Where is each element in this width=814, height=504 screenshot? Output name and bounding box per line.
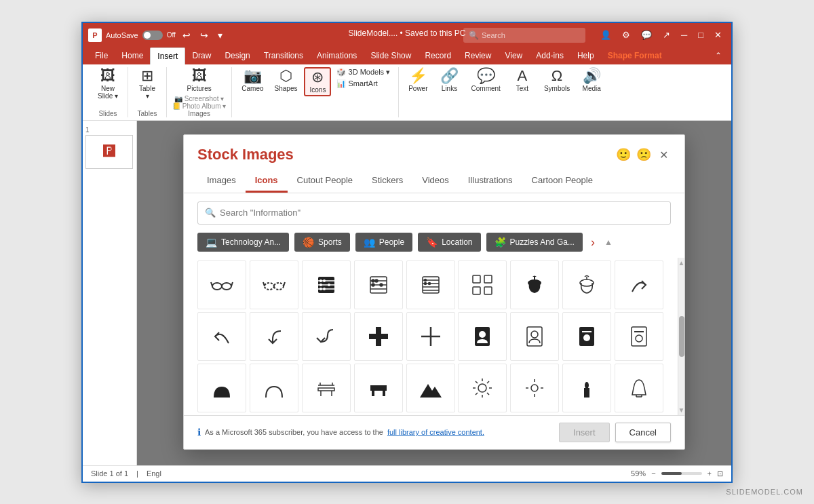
text-btn[interactable]: A Text: [509, 67, 536, 94]
profile-icon[interactable]: 👤: [596, 28, 615, 41]
tab-record[interactable]: Record: [418, 47, 458, 64]
cancel-btn[interactable]: Cancel: [615, 423, 671, 442]
icon-bell-outline[interactable]: [615, 364, 663, 412]
icon-contact-outline[interactable]: [510, 312, 559, 361]
tab-images[interactable]: Images: [197, 170, 246, 193]
scroll-down-arrow[interactable]: ▼: [678, 406, 684, 414]
tab-help[interactable]: Help: [570, 47, 601, 64]
slide-thumbnail[interactable]: 🅿: [85, 135, 133, 169]
zoom-in-icon[interactable]: +: [708, 469, 712, 478]
shapes-btn[interactable]: ⬡ Shapes: [271, 67, 302, 94]
icon-acorn-filled[interactable]: [510, 260, 559, 309]
redo-icon[interactable]: ↪: [200, 30, 208, 41]
cameo-btn[interactable]: 📷 Cameo: [237, 67, 267, 94]
category-sports[interactable]: 🏀 Sports: [294, 233, 350, 252]
category-next-arrow[interactable]: ›: [588, 233, 598, 252]
tab-illustrations[interactable]: Illustrations: [459, 170, 522, 193]
pictures-btn[interactable]: 🖼 Pictures: [183, 67, 216, 94]
scroll-up-arrow[interactable]: ▲: [678, 259, 684, 267]
photo-album-btn[interactable]: 📒 Photo Album ▾: [172, 102, 226, 110]
customize-icon[interactable]: ▾: [218, 30, 222, 41]
icon-3d-glasses-outline-2[interactable]: [250, 260, 298, 309]
tab-animations[interactable]: Animations: [310, 47, 364, 64]
icons-btn[interactable]: ⊛ Icons: [304, 67, 331, 96]
power-btn[interactable]: ⚡ Power: [404, 67, 431, 94]
icon-bench-outline[interactable]: [302, 364, 351, 412]
category-technology[interactable]: 💻 Technology An...: [197, 233, 289, 252]
icon-contact-filled-2[interactable]: [562, 312, 611, 361]
comments-icon[interactable]: 💬: [637, 28, 656, 41]
icon-abacus-outline-2[interactable]: [406, 260, 455, 309]
icon-arrow-curve[interactable]: [615, 260, 663, 309]
category-location[interactable]: 🔖 Location: [418, 233, 480, 252]
category-people[interactable]: 👥 People: [355, 233, 412, 252]
tab-cutout-people[interactable]: Cutout People: [288, 170, 362, 193]
close-btn[interactable]: ✕: [710, 28, 726, 41]
settings-icon[interactable]: ⚙: [618, 28, 634, 41]
icon-contact-filled[interactable]: [458, 312, 507, 361]
icon-grid-dots[interactable]: [458, 260, 507, 309]
tab-design[interactable]: Design: [218, 47, 256, 64]
3d-models-btn[interactable]: 🎲 3D Models ▾: [334, 67, 393, 77]
fit-screen-icon[interactable]: ⊡: [717, 469, 723, 478]
tab-home[interactable]: Home: [115, 47, 150, 64]
tab-shape-format[interactable]: Shape Format: [601, 47, 669, 64]
tab-transitions[interactable]: Transitions: [257, 47, 310, 64]
icon-plus-filled[interactable]: [354, 312, 403, 361]
footer-link[interactable]: full library of creative content.: [387, 428, 484, 436]
tab-add-ins[interactable]: Add-ins: [529, 47, 570, 64]
icon-plus-outline[interactable]: [406, 312, 455, 361]
links-btn[interactable]: 🔗 Links: [436, 67, 463, 94]
zoom-out-icon[interactable]: −: [651, 469, 655, 478]
modal-close-btn[interactable]: ✕: [657, 146, 671, 164]
icon-brightness-outline-2[interactable]: [510, 364, 559, 412]
icon-contact-outline-2[interactable]: [615, 312, 663, 361]
icon-brightness-outline[interactable]: [458, 364, 507, 412]
icon-3d-glasses-outline[interactable]: [197, 260, 246, 309]
icon-candle-filled[interactable]: [562, 364, 611, 412]
tab-review[interactable]: Review: [458, 47, 498, 64]
tab-view[interactable]: View: [498, 47, 529, 64]
icon-abacus-filled[interactable]: [302, 260, 351, 309]
tab-insert[interactable]: Insert: [150, 47, 185, 64]
icon-arrow-left-curve[interactable]: [197, 312, 246, 361]
scroll-thumb[interactable]: [679, 316, 684, 357]
smiley-happy-icon[interactable]: 🙂: [616, 147, 631, 162]
title-search[interactable]: 🔍: [463, 28, 585, 43]
smiley-sad-icon[interactable]: 🙁: [636, 147, 651, 162]
table-btn[interactable]: ⊞ Table▾: [134, 67, 161, 101]
search-input[interactable]: [482, 31, 580, 39]
symbols-btn[interactable]: Ω Symbols: [540, 67, 574, 94]
ribbon-expand-icon[interactable]: ⌃: [711, 50, 726, 62]
screenshot-btn[interactable]: 📷 Screenshot ▾: [174, 95, 224, 102]
media-btn[interactable]: 🔊 Media: [578, 67, 605, 94]
icon-mountain-filled[interactable]: [406, 364, 455, 412]
smartart-btn[interactable]: 📊 SmartArt: [334, 79, 393, 89]
icon-arrow-left-s[interactable]: [302, 312, 351, 361]
modal-search-input[interactable]: [220, 208, 663, 218]
minimize-btn[interactable]: ─: [677, 28, 691, 41]
icon-arrow-left-bend[interactable]: [250, 312, 298, 361]
category-puzzles[interactable]: 🧩 Puzzles And Ga...: [486, 233, 583, 252]
share-icon[interactable]: ↗: [659, 28, 674, 41]
category-scroll-up[interactable]: ▲: [603, 236, 614, 248]
autosave-toggle[interactable]: [142, 31, 163, 40]
comment-btn[interactable]: 💬 Comment: [467, 67, 505, 94]
tab-draw[interactable]: Draw: [185, 47, 218, 64]
tab-icons[interactable]: Icons: [246, 170, 288, 193]
zoom-slider[interactable]: [661, 472, 702, 475]
tab-cartoon-people[interactable]: Cartoon People: [522, 170, 602, 193]
tab-file[interactable]: File: [88, 47, 115, 64]
modal-scrollbar[interactable]: ▲ ▼: [678, 258, 684, 415]
tab-slide-show[interactable]: Slide Show: [364, 47, 418, 64]
tab-stickers[interactable]: Stickers: [362, 170, 412, 193]
icon-acorn-outline[interactable]: [562, 260, 611, 309]
icon-arch-filled[interactable]: [197, 364, 246, 412]
maximize-btn[interactable]: □: [694, 28, 708, 41]
new-slide-btn[interactable]: 🖼 NewSlide ▾: [94, 67, 122, 101]
icon-bench-filled[interactable]: [354, 364, 403, 412]
insert-btn[interactable]: Insert: [559, 423, 610, 442]
tab-videos[interactable]: Videos: [412, 170, 459, 193]
icon-abacus-outline[interactable]: [354, 260, 403, 309]
undo-icon[interactable]: ↩: [182, 30, 191, 41]
